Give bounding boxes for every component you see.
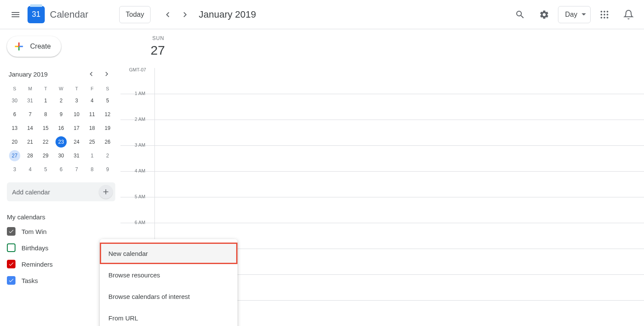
- dropdown-arrow-icon: [582, 13, 586, 15]
- mini-day-cell[interactable]: 10: [69, 108, 84, 121]
- day-header: SUN 27: [120, 29, 644, 68]
- svg-point-6: [601, 17, 602, 18]
- chevron-right-icon: [180, 9, 190, 20]
- mini-day-cell[interactable]: 8: [84, 163, 100, 176]
- mini-day-cell[interactable]: 1: [38, 94, 53, 108]
- mini-day-cell[interactable]: 2: [100, 149, 115, 163]
- mini-dow-label: W: [53, 83, 69, 94]
- calendar-checkbox[interactable]: [7, 260, 15, 268]
- menu-item[interactable]: From URL: [100, 307, 237, 326]
- mini-day-cell[interactable]: 22: [38, 135, 53, 149]
- mini-day-cell[interactable]: 3: [69, 94, 84, 108]
- add-calendar-field: [7, 182, 115, 201]
- add-calendar-plus-button[interactable]: [99, 185, 113, 199]
- mini-day-cell[interactable]: 5: [100, 94, 115, 108]
- mini-day-cell[interactable]: 6: [53, 163, 69, 176]
- mini-day-cell[interactable]: 15: [38, 121, 53, 135]
- menu-item[interactable]: Browse resources: [100, 264, 237, 286]
- svg-point-3: [601, 14, 602, 15]
- mini-day-cell[interactable]: 13: [7, 121, 22, 135]
- check-icon: [8, 228, 14, 234]
- create-button[interactable]: Create: [7, 36, 61, 57]
- hour-row[interactable]: 5 AM: [120, 197, 644, 223]
- mini-prev-month-button[interactable]: [84, 67, 98, 81]
- apps-button[interactable]: [594, 4, 615, 25]
- mini-day-cell[interactable]: 7: [22, 108, 38, 121]
- menu-item[interactable]: Browse calendars of interest: [100, 286, 237, 307]
- mini-day-cell[interactable]: 31: [69, 149, 84, 163]
- logo[interactable]: 31 Calendar: [28, 6, 88, 23]
- mini-day-cell[interactable]: 11: [84, 108, 100, 121]
- mini-day-cell[interactable]: 4: [22, 163, 38, 176]
- mini-day-cell[interactable]: 29: [38, 149, 53, 163]
- period-title: January 2019: [199, 9, 256, 20]
- calendar-list-item[interactable]: Birthdays: [7, 240, 115, 256]
- mini-calendar-title: January 2019: [9, 71, 48, 78]
- search-button[interactable]: [510, 4, 530, 25]
- mini-day-cell[interactable]: 27: [7, 149, 22, 163]
- mini-day-cell[interactable]: 25: [84, 135, 100, 149]
- mini-next-month-button[interactable]: [100, 67, 114, 81]
- body: Create January 2019 SMTWTFS 303112345678…: [0, 29, 644, 326]
- mini-day-cell[interactable]: 4: [84, 94, 100, 108]
- view-selector[interactable]: Day: [558, 6, 591, 23]
- mini-day-cell[interactable]: 26: [100, 135, 115, 149]
- mini-day-cell[interactable]: 3: [7, 163, 22, 176]
- mini-day-cell[interactable]: 30: [7, 94, 22, 108]
- svg-point-2: [607, 11, 608, 12]
- mini-day-cell[interactable]: 7: [69, 163, 84, 176]
- mini-day-cell[interactable]: 16: [53, 121, 69, 135]
- chevron-left-icon: [163, 9, 173, 20]
- mini-day-cell[interactable]: 14: [22, 121, 38, 135]
- calendar-checkbox[interactable]: [7, 276, 15, 285]
- hour-row[interactable]: 1 AM: [120, 94, 644, 120]
- mini-day-cell[interactable]: 28: [22, 149, 38, 163]
- mini-day-cell[interactable]: 30: [53, 149, 69, 163]
- mini-day-cell[interactable]: 23: [53, 135, 69, 149]
- svg-point-7: [604, 17, 605, 18]
- mini-day-cell[interactable]: 6: [7, 108, 22, 121]
- settings-button[interactable]: [534, 4, 555, 25]
- mini-dow-label: F: [84, 83, 100, 94]
- calendar-logo-icon: 31: [28, 6, 45, 23]
- mini-day-cell[interactable]: 20: [7, 135, 22, 149]
- hour-label: 2 AM: [120, 117, 151, 145]
- calendar-list-item[interactable]: Tom Win: [7, 223, 115, 240]
- day-number[interactable]: 27: [151, 43, 165, 58]
- next-period-button[interactable]: [176, 6, 194, 23]
- hour-row[interactable]: 4 AM: [120, 171, 644, 197]
- today-button[interactable]: Today: [119, 6, 151, 23]
- my-calendars-heading[interactable]: My calendars: [7, 213, 115, 221]
- notifications-button[interactable]: [618, 4, 639, 25]
- calendar-list-item[interactable]: Reminders: [7, 256, 115, 272]
- hour-row[interactable]: [120, 68, 644, 94]
- menu-item[interactable]: New calendar: [100, 243, 237, 264]
- mini-day-cell[interactable]: 24: [69, 135, 84, 149]
- mini-day-cell[interactable]: 17: [69, 121, 84, 135]
- mini-day-cell[interactable]: 31: [22, 94, 38, 108]
- mini-day-cell[interactable]: 9: [53, 108, 69, 121]
- header: 31 Calendar Today January 2019 Day: [0, 0, 644, 29]
- calendar-list-item[interactable]: Tasks: [7, 272, 115, 289]
- apps-grid-icon: [599, 9, 610, 20]
- calendar-checkbox[interactable]: [7, 243, 15, 252]
- mini-day-cell[interactable]: 21: [22, 135, 38, 149]
- prev-period-button[interactable]: [159, 6, 176, 23]
- main-menu-button[interactable]: [5, 4, 26, 25]
- svg-point-8: [607, 17, 608, 18]
- svg-point-5: [607, 14, 608, 15]
- mini-dow-label: T: [38, 83, 53, 94]
- mini-day-cell[interactable]: 9: [100, 163, 115, 176]
- mini-day-cell[interactable]: 8: [38, 108, 53, 121]
- hour-label: 3 AM: [120, 142, 151, 171]
- hour-row[interactable]: 3 AM: [120, 145, 644, 171]
- mini-day-cell[interactable]: 19: [100, 121, 115, 135]
- mini-day-cell[interactable]: 5: [38, 163, 53, 176]
- calendar-checkbox[interactable]: [7, 227, 15, 236]
- mini-day-cell[interactable]: 1: [84, 149, 100, 163]
- mini-day-cell[interactable]: 18: [84, 121, 100, 135]
- mini-day-cell[interactable]: 2: [53, 94, 69, 108]
- view-selector-label: Day: [565, 11, 577, 18]
- mini-day-cell[interactable]: 12: [100, 108, 115, 121]
- hour-row[interactable]: 2 AM: [120, 120, 644, 145]
